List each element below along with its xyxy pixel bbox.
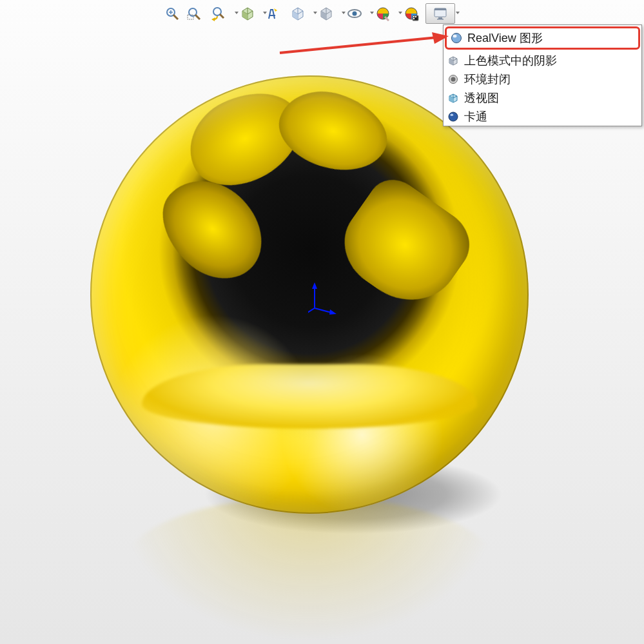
svg-line-6 bbox=[173, 15, 178, 19]
previous-view-icon[interactable] bbox=[205, 4, 233, 23]
menu-item-perspective[interactable]: 透视图 bbox=[444, 88, 641, 107]
menu-item-label: 上色模式中的阴影 bbox=[464, 53, 557, 68]
svg-rect-22 bbox=[413, 18, 415, 19]
svg-marker-12 bbox=[211, 17, 215, 21]
svg-point-32 bbox=[451, 77, 456, 81]
menu-item-label: RealView 图形 bbox=[467, 30, 543, 46]
perspective-box-icon bbox=[447, 92, 459, 104]
section-view-icon[interactable] bbox=[233, 4, 262, 23]
svg-point-29 bbox=[452, 34, 462, 43]
realview-sphere-icon bbox=[451, 32, 462, 44]
annotation-arrow bbox=[277, 32, 451, 58]
menu-item-realview[interactable]: RealView 图形 bbox=[445, 26, 640, 50]
menu-item-label: 透视图 bbox=[464, 90, 499, 106]
menu-item-label: 卡通 bbox=[464, 109, 487, 124]
svg-marker-1 bbox=[312, 282, 317, 289]
svg-point-14 bbox=[353, 12, 357, 16]
menu-item-ambient[interactable]: 环境封闭 bbox=[444, 70, 641, 88]
svg-point-34 bbox=[451, 113, 454, 115]
svg-line-11 bbox=[220, 14, 224, 18]
view-settings-menu: RealView 图形 上色模式中的阴影 环境封闭 透视图 卡通 bbox=[443, 24, 642, 126]
menu-item-label: 环境封闭 bbox=[464, 72, 511, 87]
cartoon-sphere-icon bbox=[447, 111, 459, 122]
display-style-icon[interactable] bbox=[312, 4, 340, 23]
svg-line-27 bbox=[280, 37, 437, 53]
origin-gizmo[interactable] bbox=[308, 282, 337, 315]
hide-show-icon[interactable] bbox=[340, 4, 369, 23]
dynamic-annotation-icon[interactable] bbox=[262, 4, 284, 23]
edit-appearance-icon[interactable] bbox=[369, 4, 397, 23]
reflection-highlight bbox=[142, 364, 477, 429]
svg-rect-20 bbox=[413, 16, 415, 17]
menu-item-shadows[interactable]: 上色模式中的阴影 bbox=[444, 51, 641, 70]
svg-line-8 bbox=[195, 15, 200, 19]
svg-rect-26 bbox=[437, 19, 444, 20]
floor-reflection bbox=[122, 496, 496, 638]
svg-line-4 bbox=[308, 308, 315, 315]
zoom-fit-icon[interactable] bbox=[161, 4, 183, 23]
heads-up-view-toolbar bbox=[161, 3, 455, 24]
svg-point-30 bbox=[453, 35, 457, 38]
chevron-down-icon[interactable] bbox=[456, 12, 460, 14]
zoom-window-icon[interactable] bbox=[183, 4, 205, 23]
svg-marker-28 bbox=[432, 32, 449, 44]
view-orientation-icon[interactable] bbox=[284, 4, 312, 23]
view-settings-icon[interactable] bbox=[425, 3, 455, 24]
svg-rect-25 bbox=[438, 17, 442, 19]
menu-item-cartoon[interactable]: 卡通 bbox=[444, 107, 641, 126]
svg-rect-21 bbox=[415, 16, 416, 17]
ambient-occlusion-icon bbox=[447, 73, 459, 85]
svg-rect-24 bbox=[434, 8, 446, 10]
svg-marker-3 bbox=[329, 309, 337, 315]
svg-point-33 bbox=[449, 112, 458, 121]
apply-scene-icon[interactable] bbox=[397, 4, 425, 23]
